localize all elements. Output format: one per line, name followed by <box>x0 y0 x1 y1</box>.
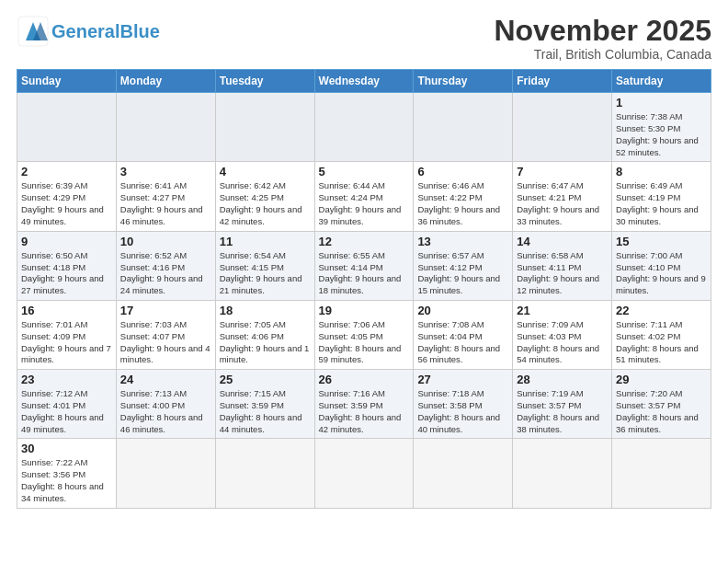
date-number: 4 <box>220 165 311 178</box>
date-number: 10 <box>120 235 211 248</box>
date-info: Sunrise: 7:22 AM Sunset: 3:56 PM Dayligh… <box>21 457 112 504</box>
date-number: 23 <box>21 373 112 386</box>
date-info: Sunrise: 7:15 AM Sunset: 3:59 PM Dayligh… <box>220 388 311 435</box>
date-info: Sunrise: 6:54 AM Sunset: 4:15 PM Dayligh… <box>220 250 311 297</box>
table-row: 19Sunrise: 7:06 AM Sunset: 4:05 PM Dayli… <box>314 300 414 369</box>
date-number: 19 <box>319 304 410 317</box>
date-info: Sunrise: 6:41 AM Sunset: 4:27 PM Dayligh… <box>120 180 211 227</box>
table-row <box>414 93 513 162</box>
date-info: Sunrise: 7:16 AM Sunset: 3:59 PM Dayligh… <box>319 388 410 435</box>
title-block: November 2025 Trail, British Columbia, C… <box>494 15 711 62</box>
date-info: Sunrise: 6:55 AM Sunset: 4:14 PM Dayligh… <box>319 250 410 297</box>
col-monday: Monday <box>116 70 215 93</box>
table-row <box>513 439 612 508</box>
logo-svg-icon <box>17 15 50 48</box>
table-row: 20Sunrise: 7:08 AM Sunset: 4:04 PM Dayli… <box>414 300 513 369</box>
date-number: 8 <box>616 165 707 178</box>
date-info: Sunrise: 7:11 AM Sunset: 4:02 PM Dayligh… <box>616 319 707 366</box>
date-number: 30 <box>21 442 112 455</box>
date-number: 18 <box>220 304 311 317</box>
date-number: 7 <box>517 165 608 178</box>
table-row: 15Sunrise: 7:00 AM Sunset: 4:10 PM Dayli… <box>612 231 711 300</box>
calendar-table: Sunday Monday Tuesday Wednesday Thursday… <box>17 69 711 509</box>
table-row: 6Sunrise: 6:46 AM Sunset: 4:22 PM Daylig… <box>414 162 513 231</box>
table-row: 10Sunrise: 6:52 AM Sunset: 4:16 PM Dayli… <box>116 231 215 300</box>
date-info: Sunrise: 7:09 AM Sunset: 4:03 PM Dayligh… <box>517 319 608 366</box>
table-row: 30Sunrise: 7:22 AM Sunset: 3:56 PM Dayli… <box>17 439 117 508</box>
date-number: 20 <box>417 304 508 317</box>
logo-icon: GeneralBlue <box>17 15 160 48</box>
col-wednesday: Wednesday <box>314 70 414 93</box>
table-row: 26Sunrise: 7:16 AM Sunset: 3:59 PM Dayli… <box>314 370 414 439</box>
table-row: 9Sunrise: 6:50 AM Sunset: 4:18 PM Daylig… <box>17 231 117 300</box>
table-row <box>513 93 612 162</box>
table-row: 24Sunrise: 7:13 AM Sunset: 4:00 PM Dayli… <box>116 370 215 439</box>
date-info: Sunrise: 7:12 AM Sunset: 4:01 PM Dayligh… <box>21 388 112 435</box>
date-number: 22 <box>616 304 707 317</box>
table-row: 12Sunrise: 6:55 AM Sunset: 4:14 PM Dayli… <box>314 231 414 300</box>
logo: GeneralBlue <box>17 15 160 48</box>
calendar-week-row: 1Sunrise: 7:38 AM Sunset: 5:30 PM Daylig… <box>17 93 711 162</box>
calendar-header-row: Sunday Monday Tuesday Wednesday Thursday… <box>17 70 711 93</box>
page-header: GeneralBlue November 2025 Trail, British… <box>17 15 711 62</box>
table-row: 21Sunrise: 7:09 AM Sunset: 4:03 PM Dayli… <box>513 300 612 369</box>
table-row: 11Sunrise: 6:54 AM Sunset: 4:15 PM Dayli… <box>215 231 314 300</box>
date-info: Sunrise: 7:20 AM Sunset: 3:57 PM Dayligh… <box>616 388 707 435</box>
date-number: 11 <box>220 235 311 248</box>
table-row <box>116 439 215 508</box>
table-row: 8Sunrise: 6:49 AM Sunset: 4:19 PM Daylig… <box>612 162 711 231</box>
table-row <box>414 439 513 508</box>
date-info: Sunrise: 7:01 AM Sunset: 4:09 PM Dayligh… <box>21 319 112 366</box>
col-saturday: Saturday <box>612 70 711 93</box>
date-number: 12 <box>319 235 410 248</box>
date-info: Sunrise: 6:50 AM Sunset: 4:18 PM Dayligh… <box>21 250 112 297</box>
calendar-week-row: 30Sunrise: 7:22 AM Sunset: 3:56 PM Dayli… <box>17 439 711 508</box>
col-friday: Friday <box>513 70 612 93</box>
table-row: 4Sunrise: 6:42 AM Sunset: 4:25 PM Daylig… <box>215 162 314 231</box>
date-info: Sunrise: 6:52 AM Sunset: 4:16 PM Dayligh… <box>120 250 211 297</box>
table-row: 2Sunrise: 6:39 AM Sunset: 4:29 PM Daylig… <box>17 162 117 231</box>
table-row: 14Sunrise: 6:58 AM Sunset: 4:11 PM Dayli… <box>513 231 612 300</box>
date-info: Sunrise: 6:42 AM Sunset: 4:25 PM Dayligh… <box>220 180 311 227</box>
date-number: 27 <box>417 373 508 386</box>
date-number: 16 <box>21 304 112 317</box>
month-title: November 2025 <box>494 15 711 47</box>
table-row: 29Sunrise: 7:20 AM Sunset: 3:57 PM Dayli… <box>612 370 711 439</box>
table-row: 7Sunrise: 6:47 AM Sunset: 4:21 PM Daylig… <box>513 162 612 231</box>
table-row: 27Sunrise: 7:18 AM Sunset: 3:58 PM Dayli… <box>414 370 513 439</box>
table-row <box>314 93 414 162</box>
location-subtitle: Trail, British Columbia, Canada <box>494 47 711 62</box>
date-number: 29 <box>616 373 707 386</box>
table-row: 1Sunrise: 7:38 AM Sunset: 5:30 PM Daylig… <box>612 93 711 162</box>
table-row: 16Sunrise: 7:01 AM Sunset: 4:09 PM Dayli… <box>17 300 117 369</box>
col-tuesday: Tuesday <box>215 70 314 93</box>
date-number: 25 <box>220 373 311 386</box>
date-info: Sunrise: 6:39 AM Sunset: 4:29 PM Dayligh… <box>21 180 112 227</box>
table-row <box>116 93 215 162</box>
calendar-week-row: 16Sunrise: 7:01 AM Sunset: 4:09 PM Dayli… <box>17 300 711 369</box>
table-row: 17Sunrise: 7:03 AM Sunset: 4:07 PM Dayli… <box>116 300 215 369</box>
table-row: 5Sunrise: 6:44 AM Sunset: 4:24 PM Daylig… <box>314 162 414 231</box>
date-info: Sunrise: 6:44 AM Sunset: 4:24 PM Dayligh… <box>319 180 410 227</box>
date-number: 3 <box>120 165 211 178</box>
date-info: Sunrise: 7:19 AM Sunset: 3:57 PM Dayligh… <box>517 388 608 435</box>
date-number: 17 <box>120 304 211 317</box>
date-number: 21 <box>517 304 608 317</box>
calendar-page: GeneralBlue November 2025 Trail, British… <box>0 0 728 563</box>
table-row <box>612 439 711 508</box>
table-row: 18Sunrise: 7:05 AM Sunset: 4:06 PM Dayli… <box>215 300 314 369</box>
calendar-week-row: 9Sunrise: 6:50 AM Sunset: 4:18 PM Daylig… <box>17 231 711 300</box>
date-info: Sunrise: 7:06 AM Sunset: 4:05 PM Dayligh… <box>319 319 410 366</box>
date-info: Sunrise: 7:05 AM Sunset: 4:06 PM Dayligh… <box>220 319 311 366</box>
date-number: 28 <box>517 373 608 386</box>
date-number: 15 <box>616 235 707 248</box>
date-number: 6 <box>417 165 508 178</box>
table-row: 3Sunrise: 6:41 AM Sunset: 4:27 PM Daylig… <box>116 162 215 231</box>
date-info: Sunrise: 7:18 AM Sunset: 3:58 PM Dayligh… <box>417 388 508 435</box>
col-sunday: Sunday <box>17 70 117 93</box>
table-row: 23Sunrise: 7:12 AM Sunset: 4:01 PM Dayli… <box>17 370 117 439</box>
date-info: Sunrise: 7:08 AM Sunset: 4:04 PM Dayligh… <box>417 319 508 366</box>
table-row: 13Sunrise: 6:57 AM Sunset: 4:12 PM Dayli… <box>414 231 513 300</box>
logo-text: GeneralBlue <box>51 21 160 42</box>
calendar-week-row: 2Sunrise: 6:39 AM Sunset: 4:29 PM Daylig… <box>17 162 711 231</box>
